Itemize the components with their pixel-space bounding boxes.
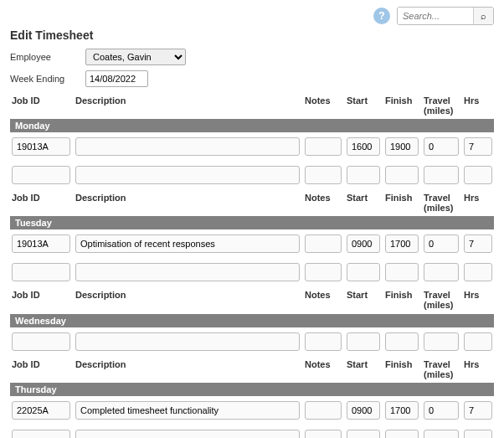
search-input[interactable] (398, 8, 473, 24)
col-job: Job ID (12, 193, 70, 213)
travel-input[interactable] (424, 332, 459, 351)
entry-row (10, 327, 494, 356)
col-notes: Notes (305, 193, 342, 213)
finish-input[interactable] (385, 430, 419, 438)
travel-input[interactable] (424, 263, 459, 281)
travel-input[interactable] (424, 234, 459, 253)
col-hrs: Hrs (464, 95, 492, 116)
desc-input[interactable] (75, 263, 300, 281)
finish-input[interactable] (385, 332, 419, 351)
job-input[interactable] (12, 401, 70, 420)
column-headers: Job IDDescriptionNotesStartFinishTravel … (10, 92, 494, 117)
entry-row (10, 396, 494, 425)
col-travel: Travel (miles) (424, 359, 459, 379)
desc-input[interactable] (75, 332, 300, 351)
col-finish: Finish (385, 193, 419, 213)
col-start: Start (347, 359, 380, 379)
desc-input[interactable] (75, 401, 300, 420)
notes-input[interactable] (305, 137, 342, 156)
notes-input[interactable] (305, 234, 342, 253)
entry-row (10, 132, 494, 161)
search-box: ⌕ (397, 7, 494, 25)
desc-input[interactable] (75, 137, 300, 156)
job-input[interactable] (12, 430, 70, 438)
col-desc: Description (75, 290, 300, 310)
week-ending-label: Week Ending (10, 74, 85, 84)
col-job: Job ID (12, 95, 70, 116)
desc-input[interactable] (75, 234, 300, 253)
travel-input[interactable] (424, 137, 459, 156)
start-input[interactable] (347, 332, 380, 351)
job-input[interactable] (12, 263, 70, 281)
col-notes: Notes (305, 359, 342, 379)
job-input[interactable] (12, 166, 70, 184)
hrs-input[interactable] (464, 137, 492, 156)
finish-input[interactable] (385, 263, 419, 281)
employee-select[interactable]: Coates, Gavin (85, 49, 186, 65)
day-bar-wed: Wednesday (10, 314, 494, 327)
travel-input[interactable] (424, 166, 459, 184)
search-button[interactable]: ⌕ (473, 8, 493, 24)
col-start: Start (347, 290, 380, 310)
entry-row (10, 229, 494, 258)
job-input[interactable] (12, 137, 70, 156)
start-input[interactable] (347, 137, 380, 156)
col-desc: Description (75, 193, 300, 213)
finish-input[interactable] (385, 166, 419, 184)
help-icon[interactable]: ? (373, 8, 390, 24)
column-headers: Job IDDescriptionNotesStartFinishTravel … (10, 189, 494, 214)
col-finish: Finish (385, 95, 419, 116)
page-title: Edit Timesheet (10, 28, 494, 42)
notes-input[interactable] (305, 332, 342, 351)
col-hrs: Hrs (464, 193, 492, 213)
finish-input[interactable] (385, 137, 419, 156)
start-input[interactable] (347, 166, 380, 184)
col-travel: Travel (miles) (424, 95, 459, 116)
hrs-input[interactable] (464, 401, 492, 420)
week-ending-input[interactable] (85, 70, 148, 87)
col-job: Job ID (12, 359, 70, 379)
start-input[interactable] (347, 430, 380, 438)
column-headers: Job IDDescriptionNotesStartFinishTravel … (10, 286, 494, 312)
hrs-input[interactable] (464, 263, 492, 281)
notes-input[interactable] (305, 263, 342, 281)
col-notes: Notes (305, 290, 342, 310)
col-travel: Travel (miles) (424, 193, 459, 213)
day-bar-thu: Thursday (10, 383, 494, 396)
col-hrs: Hrs (464, 290, 492, 310)
start-input[interactable] (347, 263, 380, 281)
col-start: Start (347, 95, 380, 116)
column-headers: Job IDDescriptionNotesStartFinishTravel … (10, 356, 494, 381)
notes-input[interactable] (305, 166, 342, 184)
hrs-input[interactable] (464, 166, 492, 184)
desc-input[interactable] (75, 166, 300, 184)
travel-input[interactable] (424, 430, 459, 438)
col-job: Job ID (12, 290, 70, 310)
col-desc: Description (75, 95, 300, 116)
hrs-input[interactable] (464, 332, 492, 351)
col-travel: Travel (miles) (424, 290, 459, 310)
col-finish: Finish (385, 290, 419, 310)
col-start: Start (347, 193, 380, 213)
finish-input[interactable] (385, 234, 419, 253)
job-input[interactable] (12, 332, 70, 351)
employee-label: Employee (10, 52, 85, 62)
day-bar-tue: Tuesday (10, 216, 494, 229)
col-hrs: Hrs (464, 359, 492, 379)
notes-input[interactable] (305, 401, 342, 420)
desc-input[interactable] (75, 430, 300, 438)
hrs-input[interactable] (464, 430, 492, 438)
entry-row (10, 258, 494, 286)
col-notes: Notes (305, 95, 342, 116)
travel-input[interactable] (424, 401, 459, 420)
hrs-input[interactable] (464, 234, 492, 253)
col-finish: Finish (385, 359, 419, 379)
start-input[interactable] (347, 234, 380, 253)
start-input[interactable] (347, 401, 380, 420)
job-input[interactable] (12, 234, 70, 253)
day-bar-mon: Monday (10, 119, 494, 132)
entry-row (10, 425, 494, 438)
col-desc: Description (75, 359, 300, 379)
finish-input[interactable] (385, 401, 419, 420)
notes-input[interactable] (305, 430, 342, 438)
